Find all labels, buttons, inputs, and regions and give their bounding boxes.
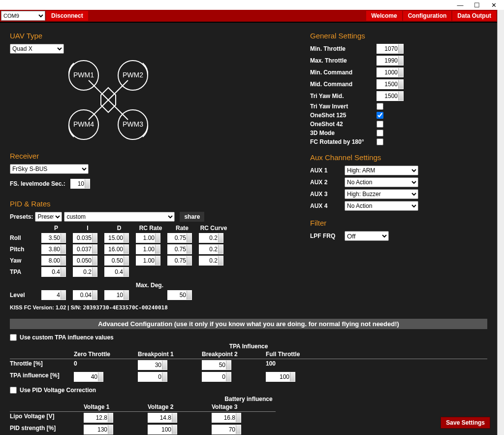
minimize-button[interactable]: —: [452, 0, 469, 10]
tri-yaw-mid-input[interactable]: 1500: [377, 91, 404, 101]
3dmode-checkbox[interactable]: [377, 130, 383, 136]
tpa-inf-1[interactable]: 0: [138, 372, 167, 382]
row-roll-label: Roll: [10, 234, 39, 241]
aux2-select[interactable]: No Action: [345, 177, 418, 187]
port-select[interactable]: COM9: [1, 11, 45, 21]
pidstr-1[interactable]: 130: [84, 425, 113, 435]
app-body: COM9 Disconnect Welcome Configuration Da…: [0, 10, 497, 435]
aux4-select[interactable]: No Action: [345, 201, 418, 211]
pitch-rate[interactable]: 0.75: [167, 244, 192, 254]
oneshot125-checkbox[interactable]: [377, 112, 383, 119]
tab-configuration[interactable]: Configuration: [403, 11, 452, 21]
fc-rotated-checkbox[interactable]: [377, 138, 383, 145]
roll-i[interactable]: 0.035: [73, 233, 97, 243]
save-settings-button[interactable]: Save Settings: [441, 417, 490, 429]
svg-text:PWM3: PWM3: [123, 120, 143, 128]
topbar: COM9 Disconnect Welcome Configuration Da…: [0, 10, 497, 23]
fs-levelmode-input[interactable]: 10: [70, 179, 90, 189]
pidstr-3[interactable]: 70: [212, 425, 241, 435]
receiver-select[interactable]: FrSky S-BUS: [10, 164, 89, 174]
uav-type-select[interactable]: Quad X: [10, 44, 64, 54]
aux3-select[interactable]: High: Buzzer: [345, 189, 418, 199]
yaw-p[interactable]: 8.00: [41, 256, 66, 266]
quad-diagram: PWM1 PWM2 PWM3 PWM4: [54, 56, 290, 146]
tri-yaw-invert-checkbox[interactable]: [377, 103, 383, 110]
tpa-d[interactable]: 0.4: [104, 267, 129, 277]
level-maxdeg[interactable]: 50: [167, 290, 192, 300]
pitch-rcrate[interactable]: 1.00: [136, 244, 160, 254]
pid-rates-heading: PID & Rates: [10, 200, 290, 208]
receiver-heading: Receiver: [10, 152, 290, 160]
maximize-button[interactable]: ☐: [469, 0, 485, 10]
disconnect-button[interactable]: Disconnect: [46, 11, 88, 21]
min-throttle-input[interactable]: 1070: [377, 44, 404, 54]
throttle-bp2[interactable]: 50: [202, 360, 231, 370]
yaw-i[interactable]: 0.050: [73, 256, 97, 266]
tpa-i[interactable]: 0.2: [73, 267, 97, 277]
roll-p[interactable]: 3.50: [41, 233, 66, 243]
filter-heading: Filter: [310, 219, 487, 227]
version-text: KISS FC Version: 1.02 | S/N: 20393730-4E…: [10, 304, 290, 311]
lpf-select[interactable]: Off: [345, 231, 389, 241]
titlebar: — ☐ ✕: [0, 0, 504, 10]
yaw-d[interactable]: 0.50: [104, 256, 129, 266]
roll-d[interactable]: 15.00: [104, 233, 129, 243]
yaw-rate[interactable]: 0.75: [167, 256, 192, 266]
level-p[interactable]: 4: [41, 290, 66, 300]
svg-text:PWM2: PWM2: [123, 71, 143, 79]
yaw-rccurve[interactable]: 0.2: [199, 256, 223, 266]
main-area: UAV Type Quad X: [0, 23, 497, 435]
svg-text:PWM4: PWM4: [73, 120, 94, 128]
mid-command-input[interactable]: 1500: [377, 79, 404, 89]
pid-voltage-checkbox[interactable]: [10, 387, 17, 394]
oneshot42-checkbox[interactable]: [377, 121, 383, 128]
tpa-inf-2[interactable]: 0: [202, 372, 231, 382]
preset-select[interactable]: Preset: [35, 212, 62, 222]
uav-type-heading: UAV Type: [10, 32, 290, 40]
custom-preset-select[interactable]: custom: [64, 212, 175, 222]
advanced-banner: Advanced Configuration (use it only if y…: [10, 319, 487, 329]
level-i[interactable]: 0.04: [73, 290, 97, 300]
pitch-i[interactable]: 0.037: [73, 244, 97, 254]
row-pitch-label: Pitch: [10, 246, 39, 253]
tab-welcome[interactable]: Welcome: [366, 11, 402, 21]
row-level-label: Level: [10, 292, 39, 299]
aux1-select[interactable]: High: ARM: [345, 166, 418, 175]
roll-rate[interactable]: 0.75: [167, 233, 192, 243]
close-button[interactable]: ✕: [485, 0, 502, 10]
max-deg-label: Max. Deg.: [136, 282, 197, 289]
roll-rccurve[interactable]: 0.2: [199, 233, 223, 243]
tpa-inf-0[interactable]: 40: [74, 372, 103, 382]
lipo-v1[interactable]: 12.8: [84, 413, 113, 423]
pidstr-2[interactable]: 100: [148, 425, 177, 435]
presets-label: Presets:: [10, 213, 33, 220]
aux-settings-heading: Aux Channel Settings: [310, 153, 487, 162]
level-d[interactable]: 10: [104, 290, 129, 300]
lipo-v3[interactable]: 16.8: [212, 413, 241, 423]
pitch-d[interactable]: 16.00: [104, 244, 129, 254]
fs-levelmode-label: FS. levelmode Sec.:: [10, 180, 66, 187]
roll-rcrate[interactable]: 1.00: [136, 233, 160, 243]
tpa-p[interactable]: 0.4: [41, 267, 66, 277]
min-command-input[interactable]: 1000: [377, 67, 404, 77]
general-settings-heading: General Settings: [310, 32, 487, 40]
pitch-rccurve[interactable]: 0.2: [199, 244, 223, 254]
throttle-bp1[interactable]: 30: [138, 360, 167, 370]
row-tpa-label: TPA: [10, 268, 39, 275]
window-frame: — ☐ ✕ COM9 Disconnect Welcome Configurat…: [0, 0, 504, 435]
share-button[interactable]: share: [180, 212, 204, 222]
max-throttle-input[interactable]: 1990: [377, 56, 404, 66]
custom-tpa-checkbox[interactable]: [10, 334, 17, 341]
row-yaw-label: Yaw: [10, 257, 39, 264]
lipo-v2[interactable]: 14.8: [148, 413, 177, 423]
vertical-scrollbar[interactable]: [497, 10, 504, 435]
tpa-inf-3[interactable]: 100: [266, 372, 295, 382]
yaw-rcrate[interactable]: 1.00: [136, 256, 160, 266]
pitch-p[interactable]: 3.80: [41, 244, 66, 254]
tab-data-output[interactable]: Data Output: [452, 11, 496, 21]
svg-text:PWM1: PWM1: [73, 71, 94, 79]
